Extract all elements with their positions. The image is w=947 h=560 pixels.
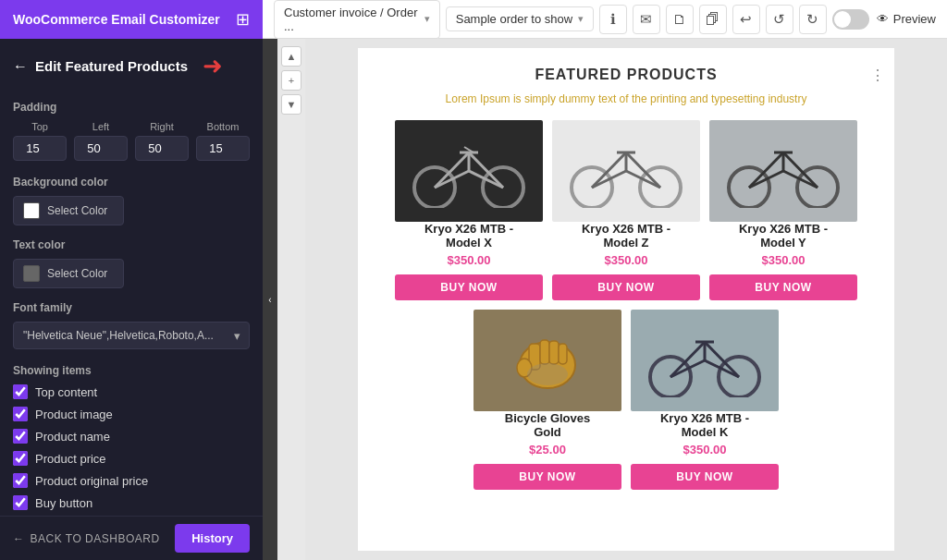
showing-items-label: Showing items	[13, 364, 250, 377]
svg-rect-29	[559, 344, 567, 364]
svg-line-20	[783, 152, 818, 188]
redo2-button[interactable]: ↻	[799, 5, 827, 34]
font-family-label: Font family	[13, 301, 250, 314]
back-to-dashboard-arrow: ←	[13, 532, 25, 545]
product-card: Kryo X26 MTB -Model K $350.00 BUY NOW	[631, 310, 779, 490]
featured-more-icon[interactable]: ⋮	[870, 67, 885, 84]
padding-top-label: Top	[13, 121, 67, 132]
font-family-select[interactable]: "Helvetica Neue",Helvetica,Roboto,A...	[13, 322, 250, 349]
svg-line-4	[435, 171, 469, 188]
checkbox-buy-button-input[interactable]	[13, 495, 28, 510]
buy-now-button-2[interactable]: BUY NOW	[552, 274, 700, 300]
padding-bottom-input[interactable]	[196, 136, 250, 161]
buy-now-button-4[interactable]: BUY NOW	[474, 464, 621, 490]
bg-color-section: Background color Select Color	[13, 176, 250, 225]
svg-line-35	[705, 342, 739, 377]
bg-color-button[interactable]: Select Color	[13, 196, 124, 225]
checkbox-product-name-input[interactable]	[13, 429, 28, 444]
sample-order-dropdown[interactable]: Sample order to show ▾	[446, 6, 594, 31]
padding-right-label: Right	[135, 121, 189, 132]
toolbar-right: 👁 Preview	[832, 9, 936, 30]
invoice-dropdown-arrow: ▾	[424, 13, 430, 25]
checkbox-product-price-input[interactable]	[13, 451, 28, 466]
checkbox-top-content-input[interactable]	[13, 384, 28, 399]
back-row[interactable]: ← Edit Featured Products ➜	[0, 39, 263, 86]
preview-eye-icon: 👁	[877, 12, 889, 26]
canvas-area: ‹ ▲ + ▼ FEATURED PRODUCTS ⋮ Lorem Ipsum …	[263, 39, 947, 560]
product-card: Bicycle GlovesGold $25.00 BUY NOW	[474, 310, 621, 490]
padding-bottom-label: Bottom	[196, 121, 250, 132]
checkbox-product-original-price-input[interactable]	[13, 473, 28, 488]
sample-order-label: Sample order to show	[456, 12, 572, 26]
undo-button[interactable]: ↩	[732, 5, 760, 34]
svg-line-11	[592, 152, 626, 188]
main-area: Customer invoice / Order ... ▾ Sample or…	[263, 0, 947, 560]
checkbox-buy-button-label: Buy button	[35, 496, 92, 510]
checkbox-product-image-input[interactable]	[13, 407, 28, 421]
font-family-dropdown-wrap[interactable]: "Helvetica Neue",Helvetica,Roboto,A...	[13, 322, 250, 349]
text-color-btn-label: Select Color	[47, 267, 107, 280]
padding-inputs	[13, 136, 250, 161]
scroll-controls: ▲ + ▼	[277, 39, 305, 560]
text-color-button[interactable]: Select Color	[13, 259, 124, 288]
app-title: WooCommerce Email Customizer	[13, 12, 220, 27]
info-button[interactable]: ℹ	[599, 5, 627, 34]
scroll-up-button[interactable]: ▲	[281, 46, 301, 67]
email-preview: FEATURED PRODUCTS ⋮ Lorem Ipsum is simpl…	[358, 48, 894, 551]
checkbox-product-image: Product image	[13, 407, 250, 421]
product-card: Kryo X26 MTB -Model Y $350.00 BUY NOW	[709, 120, 857, 300]
product-price-1: $350.00	[395, 253, 543, 267]
red-arrow-icon: ➜	[203, 52, 223, 80]
preview-button[interactable]: 👁 Preview	[877, 12, 936, 26]
buy-now-button-1[interactable]: BUY NOW	[395, 274, 543, 300]
preview-toggle[interactable]	[832, 9, 869, 30]
padding-right-input[interactable]	[135, 136, 189, 161]
bg-color-label: Background color	[13, 176, 250, 189]
svg-line-19	[749, 152, 783, 188]
checkbox-product-original-price-label: Product original price	[35, 474, 148, 488]
history-button[interactable]: History	[175, 524, 250, 553]
svg-line-2	[435, 152, 469, 188]
svg-line-3	[469, 152, 503, 188]
redo1-button[interactable]: ↺	[766, 5, 793, 34]
copy-button[interactable]: 🗍	[699, 5, 727, 34]
save-button[interactable]: 🗋	[666, 5, 694, 34]
padding-top-input[interactable]	[13, 136, 67, 161]
svg-rect-27	[540, 340, 549, 364]
product-name-3: Kryo X26 MTB -Model Y	[709, 222, 857, 250]
padding-label: Padding	[13, 101, 250, 114]
padding-left-label: Left	[74, 121, 128, 132]
buy-now-button-3[interactable]: BUY NOW	[709, 274, 857, 300]
svg-rect-28	[549, 341, 559, 364]
padding-left-input[interactable]	[74, 136, 128, 161]
product-image-2	[552, 120, 700, 222]
checkbox-top-content-label: Top content	[35, 385, 97, 399]
back-to-dashboard-label: BACK TO DASHBOARD	[31, 532, 160, 545]
checkbox-product-price: Product price	[13, 451, 250, 466]
product-name-1: Kryo X26 MTB -Model X	[395, 222, 543, 250]
back-to-dashboard-button[interactable]: ← BACK TO DASHBOARD	[13, 532, 166, 545]
grid-icon[interactable]: ⊞	[236, 9, 250, 30]
product-card: Kryo X26 MTB -Model X $350.00 BUY NOW	[395, 120, 543, 300]
svg-line-38	[705, 360, 739, 377]
product-price-3: $350.00	[709, 253, 857, 267]
sidebar-content: Padding Top Left Right Bottom Background…	[0, 86, 263, 516]
invoice-label: Customer invoice / Order ...	[284, 6, 421, 33]
sidebar-header: WooCommerce Email Customizer ⊞	[0, 0, 263, 39]
scroll-down-button[interactable]: ▼	[281, 94, 301, 115]
svg-point-31	[527, 363, 568, 385]
checkbox-product-original-price: Product original price	[13, 473, 250, 488]
svg-line-15	[626, 171, 660, 188]
text-color-section: Text color Select Color	[13, 238, 250, 288]
back-arrow-icon[interactable]: ←	[13, 58, 28, 75]
text-color-swatch	[23, 265, 40, 282]
showing-items-section: Showing items Top content Product image …	[13, 364, 250, 510]
collapse-handle[interactable]: ‹	[263, 39, 277, 560]
zoom-in-button[interactable]: +	[281, 70, 301, 91]
buy-now-button-5[interactable]: BUY NOW	[631, 464, 779, 490]
product-name-5: Kryo X26 MTB -Model K	[631, 411, 779, 439]
invoice-dropdown[interactable]: Customer invoice / Order ... ▾	[274, 0, 440, 39]
product-price-2: $350.00	[552, 253, 700, 267]
email-button[interactable]: ✉	[633, 5, 660, 34]
featured-subtitle: Lorem Ipsum is simply dummy text of the …	[358, 92, 894, 105]
